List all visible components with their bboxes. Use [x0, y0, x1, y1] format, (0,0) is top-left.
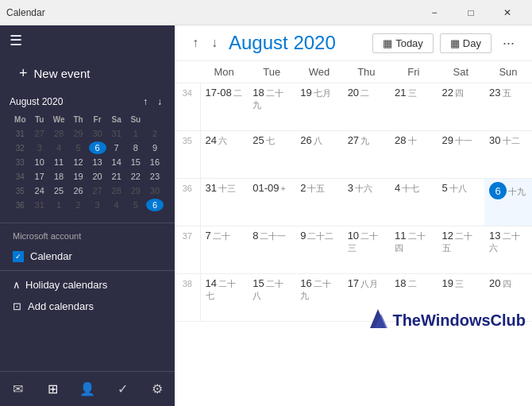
mini-cal-day[interactable]: 23: [146, 170, 164, 183]
mini-cal-day[interactable]: 4: [50, 141, 68, 154]
mini-cal-day[interactable]: 17: [31, 170, 48, 183]
mini-cal-day[interactable]: 21: [108, 170, 125, 183]
sidebar-nav-calendar[interactable]: ⊞: [35, 375, 70, 403]
calendar-day-cell[interactable]: 19七月: [295, 83, 342, 131]
mini-cal-day[interactable]: 6: [146, 199, 164, 211]
mini-cal-day[interactable]: 25: [50, 184, 68, 197]
calendar-day-cell[interactable]: 3十六: [343, 179, 390, 226]
calendar-day-cell[interactable]: 5十八: [438, 179, 484, 226]
calendar-day-cell[interactable]: 18二: [390, 274, 437, 322]
mini-cal-day[interactable]: 29: [70, 127, 87, 140]
mini-cal-day[interactable]: 10: [31, 156, 48, 168]
mini-cal-day[interactable]: 14: [108, 156, 125, 168]
maximize-button[interactable]: □: [453, 0, 489, 25]
calendar-day-cell[interactable]: 10二十三: [343, 226, 390, 274]
holiday-calendars-section[interactable]: ∧ Holiday calendars: [0, 274, 175, 296]
calendar-day-cell[interactable]: 7二十: [200, 226, 248, 274]
mini-cal-day[interactable]: 28: [50, 127, 68, 140]
calendar-day-cell[interactable]: 29十一: [438, 131, 484, 179]
mini-cal-day[interactable]: 30: [146, 184, 164, 197]
calendar-day-cell[interactable]: 24六: [200, 131, 248, 179]
nav-up-btn[interactable]: ↑: [187, 34, 203, 52]
mini-cal-day[interactable]: 27: [31, 127, 48, 140]
mini-cal-day[interactable]: 7: [108, 141, 125, 154]
calendar-day-cell[interactable]: 20四: [484, 274, 532, 322]
mini-cal-day[interactable]: 27: [89, 184, 106, 197]
mini-cal-day[interactable]: 19: [70, 170, 87, 183]
nav-down-btn[interactable]: ↓: [206, 34, 222, 52]
calendar-day-cell[interactable]: 27九: [343, 131, 390, 179]
day-button[interactable]: ▦ Day: [440, 33, 492, 53]
calendar-day-cell[interactable]: 26八: [295, 131, 342, 179]
calendar-day-cell[interactable]: 20二: [343, 83, 390, 131]
mini-cal-day[interactable]: 26: [70, 184, 87, 197]
today-button[interactable]: ▦ Today: [372, 33, 434, 53]
calendar-day-cell[interactable]: 17八月: [343, 274, 390, 322]
mini-cal-next-btn[interactable]: ↓: [154, 95, 165, 109]
calendar-day-cell[interactable]: 4十七: [390, 179, 437, 226]
hamburger-icon[interactable]: ☰: [10, 32, 22, 49]
mini-cal-day[interactable]: 5: [127, 199, 145, 211]
mini-cal-day[interactable]: 1: [50, 199, 68, 211]
calendar-day-cell[interactable]: 8二十一: [248, 226, 295, 274]
calendar-day-cell[interactable]: 23五: [484, 83, 532, 131]
mini-cal-prev-btn[interactable]: ↑: [140, 95, 151, 109]
mini-cal-day[interactable]: 15: [127, 156, 145, 168]
calendar-checkbox[interactable]: ✓: [13, 251, 24, 262]
mini-cal-day[interactable]: 9: [146, 141, 164, 154]
add-calendars-button[interactable]: ⊡ Add calendars: [0, 296, 175, 317]
mini-cal-day[interactable]: 29: [127, 184, 145, 197]
calendar-day-cell[interactable]: 21三: [390, 83, 437, 131]
calendar-day-cell[interactable]: 16二十九: [295, 274, 342, 322]
mini-cal-day[interactable]: 3: [89, 199, 106, 211]
sidebar-nav-settings[interactable]: ⚙: [140, 375, 175, 403]
calendar-day-cell[interactable]: 2十五: [295, 179, 342, 226]
close-button[interactable]: ✕: [489, 0, 526, 25]
mini-cal-day[interactable]: 22: [127, 170, 145, 183]
calendar-day-cell[interactable]: 17-08二: [200, 83, 248, 131]
table-row: 3524六25七26八27九28十29十一30十二: [175, 131, 532, 179]
calendar-day-cell[interactable]: 25七: [248, 131, 295, 179]
calendar-day-cell[interactable]: 22四: [438, 83, 484, 131]
mini-cal-day[interactable]: 6: [89, 141, 106, 154]
sidebar-nav-mail[interactable]: ✉: [0, 375, 35, 403]
calendar-day-cell[interactable]: 30十二: [484, 131, 532, 179]
calendar-day-cell[interactable]: 15二十八: [248, 274, 295, 322]
mini-cal-day[interactable]: 8: [127, 141, 145, 154]
mini-cal-day[interactable]: 3: [31, 141, 48, 154]
calendar-day-cell[interactable]: 31十三: [200, 179, 248, 226]
mini-cal-day[interactable]: 13: [89, 156, 106, 168]
sidebar-calendar-item[interactable]: ✓ Calendar: [0, 246, 175, 267]
more-options-button[interactable]: ···: [498, 33, 519, 53]
mini-cal-day[interactable]: 2: [70, 199, 87, 211]
calendar-day-cell[interactable]: 11二十四: [390, 226, 437, 274]
calendar-day-cell[interactable]: 01-09+: [248, 179, 295, 226]
mini-cal-day[interactable]: 24: [31, 184, 48, 197]
calendar-day-cell[interactable]: 18二十九: [248, 83, 295, 131]
mini-cal-day[interactable]: 4: [108, 199, 125, 211]
mini-cal-day[interactable]: 1: [127, 127, 145, 140]
calendar-day-cell[interactable]: 13二十六: [484, 226, 532, 274]
mini-cal-day[interactable]: 18: [50, 170, 68, 183]
calendar-day-cell[interactable]: 28十: [390, 131, 437, 179]
calendar-day-cell[interactable]: 14二十七: [200, 274, 248, 322]
mini-cal-day[interactable]: 31: [108, 127, 125, 140]
calendar-day-cell[interactable]: 19三: [438, 274, 484, 322]
mini-cal-day[interactable]: 30: [89, 127, 106, 140]
mini-cal-day[interactable]: 12: [70, 156, 87, 168]
sidebar-nav-people[interactable]: 👤: [70, 375, 105, 403]
calendar-day-cell[interactable]: 12二十五: [438, 226, 484, 274]
new-event-button[interactable]: + New event: [10, 59, 165, 88]
minimize-button[interactable]: −: [416, 0, 453, 25]
sidebar-nav-tasks[interactable]: ✓: [105, 375, 140, 403]
calendar-day-cell[interactable]: 9二十二: [295, 226, 342, 274]
day-number: 16: [300, 277, 311, 289]
mini-cal-day[interactable]: 2: [146, 127, 164, 140]
calendar-day-cell[interactable]: 6十九: [484, 179, 532, 226]
mini-cal-day[interactable]: 11: [50, 156, 68, 168]
mini-cal-day[interactable]: 20: [89, 170, 106, 183]
mini-cal-day[interactable]: 31: [31, 199, 48, 211]
mini-cal-day[interactable]: 16: [146, 156, 164, 168]
mini-cal-day[interactable]: 5: [70, 141, 87, 154]
mini-cal-day[interactable]: 28: [108, 184, 125, 197]
